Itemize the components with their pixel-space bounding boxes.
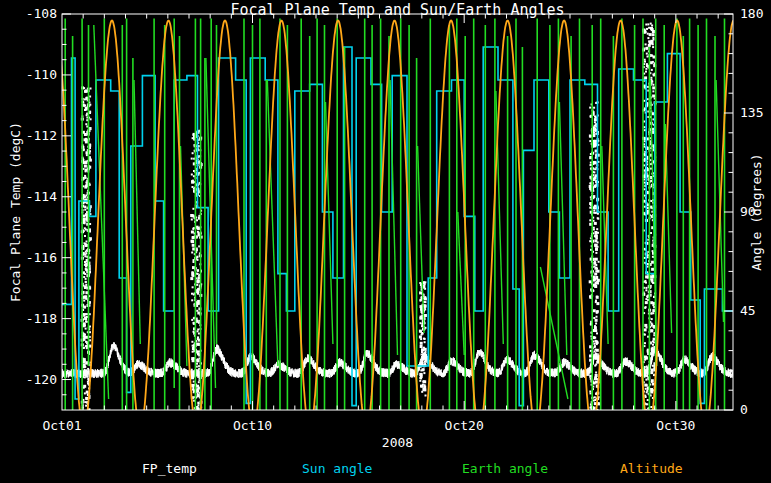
x-tick-label: Oct20 [445, 418, 484, 433]
y-left-tick-label: -120 [26, 372, 57, 387]
chart-title: Focal Plane Temp and Sun/Earth Angles [62, 1, 733, 19]
x-tick-label: Oct01 [42, 418, 81, 433]
y-left-tick-label: -108 [26, 6, 57, 21]
y-right-tick-label: 0 [740, 402, 748, 417]
plot-window: -108-110-112-114-116-118-12018013590450O… [0, 0, 771, 483]
y-right-tick-label: 180 [740, 6, 763, 21]
legend-item-fp-temp: FP_temp [142, 461, 197, 476]
y-right-tick-label: 135 [740, 105, 763, 120]
y-axis-left-title: Focal Plane Temp (degC) [8, 122, 23, 302]
x-axis-year-label: 2008 [62, 435, 733, 450]
y-left-tick-label: -110 [26, 67, 57, 82]
legend-item-earth-angle: Earth angle [462, 461, 548, 476]
chart-canvas: -108-110-112-114-116-118-12018013590450O… [0, 0, 771, 483]
x-tick-label: Oct30 [656, 418, 695, 433]
legend-item-sun-angle: Sun angle [302, 461, 372, 476]
y-left-tick-label: -114 [26, 189, 57, 204]
y-axis-right-title: Angle (degrees) [749, 153, 764, 270]
x-tick-label: Oct10 [233, 418, 272, 433]
y-left-tick-label: -118 [26, 311, 57, 326]
legend-item-altitude: Altitude [620, 461, 683, 476]
y-left-tick-label: -116 [26, 250, 57, 265]
y-right-tick-label: 45 [740, 303, 756, 318]
y-left-tick-label: -112 [26, 128, 57, 143]
